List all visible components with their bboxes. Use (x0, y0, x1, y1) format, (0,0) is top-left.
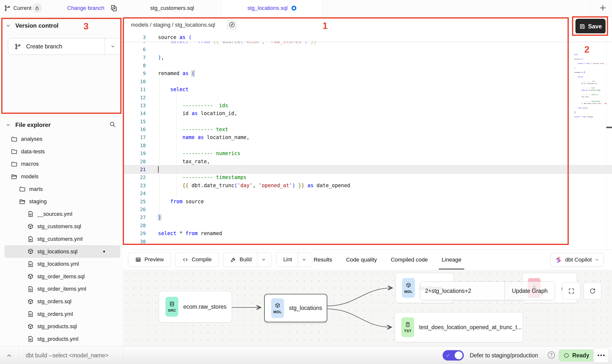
status-badge[interactable]: Ready (559, 349, 594, 361)
commandbar-divider (18, 346, 19, 364)
minimap[interactable]: withsource as ( select * from {{ source(… (574, 53, 607, 127)
help-icon[interactable]: ? (548, 351, 555, 359)
sidebar-divider (0, 116, 123, 116)
file-item-stg_customers.yml[interactable]: stg_customers.yml (4, 233, 120, 245)
code-line[interactable]: 12 (123, 93, 612, 101)
dbt-copilot-label: dbt Copilot (565, 257, 592, 263)
command-input[interactable]: dbt build --select <model_name> (26, 346, 108, 364)
fullscreen-button[interactable] (562, 282, 580, 300)
code-line[interactable]: 3source as ( (123, 33, 612, 41)
code-line[interactable]: 26 (123, 205, 612, 213)
lineage-node-stg-locations[interactable]: MDL stg_locations (264, 294, 327, 322)
code-line[interactable]: 30 (123, 237, 612, 245)
new-tab-button[interactable] (598, 3, 608, 13)
code-line[interactable]: 14 id as location_id, (123, 109, 612, 117)
code-line[interactable]: 25 from source (123, 197, 612, 205)
code-line[interactable]: 22 ---------- timestamps (123, 173, 612, 181)
folder-icon (11, 161, 18, 167)
code-line[interactable]: 24 (123, 189, 612, 197)
search-icon[interactable] (109, 121, 116, 128)
line-number: 28 (123, 223, 147, 228)
file-item-data-tests[interactable]: data-tests (4, 145, 120, 158)
file-item-macros[interactable]: macros (4, 158, 120, 170)
tab-code-quality[interactable]: Code quality (346, 250, 377, 270)
copy-branch-icon[interactable] (110, 4, 118, 12)
file-item-stg_order_items.sql[interactable]: stg_order_items.sql (4, 270, 120, 283)
code-line[interactable]: 5 select * from {{ source('ecom', 'raw_s… (123, 41, 612, 45)
code-line[interactable]: 16 ---------- text (123, 125, 612, 133)
file-explorer-header[interactable]: File explorer (5, 121, 51, 128)
lineage-node-source[interactable]: SRC ecom.raw_stores (159, 291, 232, 323)
code-line[interactable]: 7), (123, 53, 612, 61)
code-line[interactable]: 27) (123, 213, 612, 221)
code-line[interactable]: 18 (123, 142, 612, 149)
compile-button[interactable]: Compile (175, 252, 219, 267)
preview-button[interactable]: Preview (128, 252, 171, 267)
more-options-button[interactable] (593, 348, 609, 363)
tab-results[interactable]: Results (314, 250, 332, 270)
file-item-stg_customers.sql[interactable]: stg_customers.sql (4, 220, 120, 233)
file-item-models[interactable]: models (4, 170, 120, 183)
code-line[interactable]: 9renamed as ( (123, 69, 612, 77)
code-line[interactable]: 17 name as location_name, (123, 133, 612, 141)
defer-toggle[interactable] (443, 350, 464, 361)
line-number: 22 (123, 175, 147, 180)
code-line[interactable]: 13 ---------- ids (123, 101, 612, 109)
code-lines[interactable]: 67),89renamed as (1011 select1213 ------… (123, 45, 612, 245)
lineage-node-test[interactable]: TST test_does_location_opened_at_trunc_t… (395, 312, 523, 342)
line-number: 29 (123, 231, 147, 236)
file-item-stg_locations.yml[interactable]: stg_locations.yml (4, 258, 120, 270)
lineage-selector-input[interactable]: 2+stg_locations+2 (420, 282, 505, 300)
lineage-canvas[interactable]: SRC ecom.raw_stores MDL stg_locations MD… (123, 270, 612, 346)
file-item-stg_products.yml[interactable]: stg_products.yml (4, 333, 120, 345)
lint-button[interactable]: Lint (276, 252, 312, 267)
file-item-staging[interactable]: staging (4, 195, 120, 208)
code-editor[interactable]: 3source as ( 5 select * from {{ source('… (123, 33, 612, 249)
build-button[interactable]: Build (223, 252, 272, 267)
update-graph-button[interactable]: Update Graph (505, 282, 555, 300)
file-item-stg_products.sql[interactable]: stg_products.sql (4, 320, 120, 333)
file-item-stg_orders.yml[interactable]: stg_orders.yml (4, 308, 120, 320)
code-line[interactable]: 15 (123, 118, 612, 125)
minimap-line (574, 118, 607, 120)
tab-stg_locations.sql[interactable]: stg_locations.sql (222, 0, 322, 16)
version-control-header[interactable]: Version control (5, 22, 59, 29)
refresh-button[interactable] (584, 282, 601, 300)
code-line[interactable]: 29select * from renamed (123, 229, 612, 237)
file-item-stg_locations.sql[interactable]: stg_locations.sql (4, 245, 120, 258)
create-branch-button[interactable]: Create branch (8, 38, 121, 55)
minimap-line: ---------- ids (574, 80, 607, 82)
save-button[interactable]: Save (575, 19, 606, 34)
code-line[interactable]: 8 (123, 61, 612, 69)
file-item-marts[interactable]: marts (4, 183, 120, 195)
chevron-up-icon[interactable] (6, 352, 12, 359)
code-line[interactable]: 21 (123, 165, 612, 173)
code-line[interactable]: 28 (123, 222, 612, 229)
code-line[interactable]: 20 tax_rate, (123, 157, 612, 165)
create-branch-dropdown[interactable] (105, 38, 121, 55)
file-item-stg_order_items.yml[interactable]: stg_order_items.yml (4, 283, 120, 295)
tab-compiled-code[interactable]: Compiled code (391, 250, 428, 270)
code-line[interactable]: 11 select (123, 85, 612, 93)
line-number: 30 (123, 239, 147, 244)
chevron-down-icon (110, 44, 115, 49)
panel-resize-handle[interactable] (606, 127, 612, 128)
dbt-copilot-button[interactable]: dbt Copilot (551, 253, 604, 267)
code-line[interactable]: 6 (123, 45, 612, 53)
code-line[interactable]: 10 (123, 78, 612, 85)
build-dropdown[interactable] (257, 253, 270, 266)
code-line[interactable]: 19 ---------- numerics (123, 149, 612, 157)
code-line[interactable]: 23 {{ dbt.date_trunc('day', 'opened_at')… (123, 182, 612, 189)
sidebar: Version control Create branch File explo… (0, 16, 123, 346)
create-branch-label: Create branch (26, 43, 62, 50)
file-item-stg_orders.sql[interactable]: stg_orders.sql (4, 295, 120, 308)
file-item-analyses[interactable]: analyses (4, 133, 120, 145)
defer-label: Defer to staging/production (470, 346, 538, 364)
file-item-__sources.yml[interactable]: __sources.yml (4, 208, 120, 221)
file-explorer-title: File explorer (15, 121, 51, 128)
tab-stg_customers.sql[interactable]: stg_customers.sql (123, 0, 222, 16)
change-branch-link[interactable]: Change branch (67, 0, 104, 16)
tab-lineage[interactable]: Lineage (442, 250, 461, 270)
view-docs-compass-icon[interactable] (226, 19, 237, 30)
lint-dropdown[interactable] (297, 253, 310, 266)
